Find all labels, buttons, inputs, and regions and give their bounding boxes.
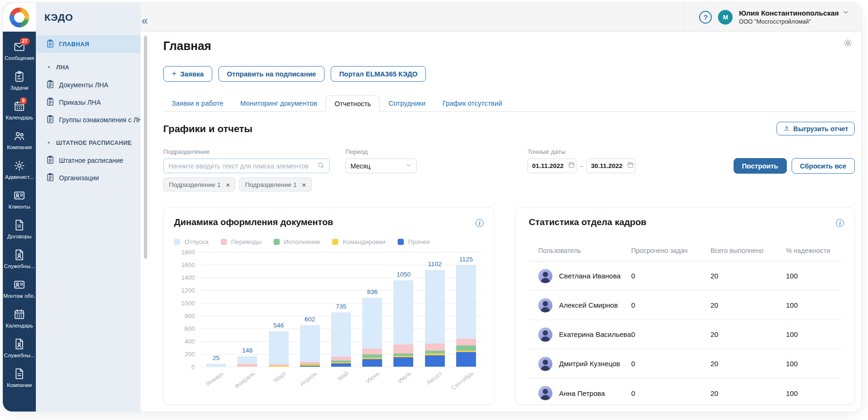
rail-item-equipment[interactable]: Монтаж обо.. bbox=[3, 274, 36, 303]
sidebar-item-label: Организации bbox=[59, 174, 99, 182]
rail-item-company[interactable]: Компания bbox=[3, 125, 36, 155]
date-to-field[interactable] bbox=[591, 162, 625, 169]
new-request-button[interactable]: +Заявка bbox=[163, 66, 212, 82]
workspace-title: КЭДО bbox=[44, 12, 73, 23]
sidebar-menu: ГЛАВНАЯЛНАДокументы ЛНАПриказы ЛНАГруппы… bbox=[36, 32, 141, 186]
legend-item-Командировки[interactable]: Командировки bbox=[332, 238, 385, 245]
reliability-cell: 100 bbox=[786, 330, 841, 338]
tab-monitoring[interactable]: Мониторинг документов bbox=[232, 95, 326, 112]
tab-employees[interactable]: Сотрудники bbox=[380, 95, 434, 112]
legend-swatch bbox=[221, 239, 227, 245]
avatar bbox=[538, 269, 552, 283]
x-axis-tick: Март bbox=[263, 367, 294, 385]
user-avatar[interactable]: M bbox=[718, 10, 733, 25]
legend-item-Переводы[interactable]: Переводы bbox=[221, 238, 261, 245]
date-from-input[interactable] bbox=[527, 159, 576, 173]
bar-segment-Переводы bbox=[425, 344, 445, 351]
build-button[interactable]: Построить bbox=[734, 158, 787, 174]
bar-value-label: 1125 bbox=[459, 256, 473, 263]
bar-value-label: 1050 bbox=[396, 271, 410, 278]
bar-Апрель: 602 bbox=[294, 252, 326, 367]
sidebar-section-label: ШТАТНОЕ РАСПИСАНИЕ bbox=[56, 140, 132, 146]
period-select[interactable]: Месяц bbox=[345, 159, 417, 173]
rail-item-label: Календарь bbox=[6, 115, 33, 120]
sidebar-collapse-icon[interactable]: « bbox=[142, 15, 148, 26]
calendar-icon: 9 bbox=[13, 100, 25, 112]
sidebar-item-lna-orders[interactable]: Приказы ЛНА bbox=[36, 93, 141, 111]
sidebar-item-lna-section[interactable]: ЛНА bbox=[36, 59, 141, 76]
department-chip[interactable]: Подразделение 1× bbox=[163, 177, 235, 192]
user-meta[interactable]: Юлия Константинопольская ООО "Мосгосстро… bbox=[739, 9, 849, 25]
filter-buttons: Построить Сбросить все bbox=[734, 148, 855, 174]
department-chip[interactable]: Подразделение 1× bbox=[239, 177, 311, 192]
page-settings-gear-icon[interactable] bbox=[843, 38, 853, 50]
legend-item-Отпуска[interactable]: Отпуска bbox=[174, 238, 209, 245]
user-name: Алексей Смирнов bbox=[559, 301, 618, 309]
user-name: Светлана Иванова bbox=[559, 272, 621, 280]
send-for-signing-button[interactable]: Отправить на подписание bbox=[218, 66, 325, 82]
elma-logo[interactable] bbox=[3, 3, 36, 32]
rail-item-clients[interactable]: Клиенты bbox=[3, 185, 36, 214]
sidebar-item-lna-groups[interactable]: Группы ознакомления с ЛНА bbox=[36, 111, 141, 128]
export-report-button[interactable]: Выгрузить отчет bbox=[776, 122, 855, 135]
user-menu-chevron-icon[interactable] bbox=[843, 9, 849, 17]
table-info-icon[interactable]: i bbox=[836, 219, 844, 227]
rail-item-administration[interactable]: Админист... bbox=[3, 155, 36, 185]
bar-value-label: 1102 bbox=[428, 260, 442, 268]
user-name-cell: Екатерина Васильева bbox=[538, 328, 631, 342]
chip-close-icon[interactable]: × bbox=[226, 181, 230, 188]
sidebar-item-home[interactable]: ГЛАВНАЯ bbox=[36, 35, 141, 53]
rail-item-contracts[interactable]: Договоры bbox=[3, 214, 36, 244]
sidebar-scrollbar[interactable] bbox=[144, 36, 147, 259]
rail-item-messages[interactable]: 27Сообщения bbox=[3, 36, 36, 66]
sidebar-item-staffing[interactable]: Штатное расписание bbox=[36, 151, 141, 169]
period-value: Месяц bbox=[351, 162, 370, 170]
chip-close-icon[interactable]: × bbox=[302, 181, 306, 188]
rail-item-tasks[interactable]: Задачи bbox=[3, 66, 36, 95]
bar-segment-Исполнение bbox=[362, 354, 382, 358]
date-from-field[interactable] bbox=[532, 162, 566, 169]
tab-requests[interactable]: Заявки в работе bbox=[163, 95, 232, 112]
bar-segment-Прочее bbox=[331, 363, 351, 367]
rail-item-calendar-2[interactable]: Календарь bbox=[3, 303, 36, 333]
sidebar-item-lna-docs[interactable]: Документы ЛНА bbox=[36, 76, 141, 93]
tab-absence[interactable]: График отсутствий bbox=[434, 95, 511, 112]
legend-label: Отпуска bbox=[184, 238, 209, 245]
date-to-input[interactable] bbox=[586, 159, 635, 173]
stacked-bar-chart: 0200400600800100012001400160018002514854… bbox=[174, 252, 484, 385]
bar-value-label: 546 bbox=[273, 322, 284, 329]
sidebar-item-staffing-section[interactable]: ШТАТНОЕ РАСПИСАНИЕ bbox=[36, 134, 141, 151]
legend-swatch bbox=[174, 239, 180, 245]
id-card-icon bbox=[13, 189, 25, 202]
x-axis-tick: Январь bbox=[200, 367, 232, 385]
rail-item-label: Служебны... bbox=[4, 263, 35, 269]
avatar bbox=[538, 386, 552, 400]
rail-item-companies[interactable]: Компании bbox=[3, 363, 36, 393]
sidebar-header: КЭДО bbox=[36, 3, 141, 32]
portal-button[interactable]: Портал ELMA365 КЭДО bbox=[331, 66, 426, 82]
bar-segment-Прочее bbox=[456, 352, 476, 367]
reset-all-button[interactable]: Сбросить все bbox=[792, 158, 855, 174]
page-actions: +ЗаявкаОтправить на подписаниеПортал ELM… bbox=[163, 66, 855, 82]
department-search-input[interactable] bbox=[163, 159, 330, 173]
gear-icon bbox=[13, 160, 25, 172]
bar-segment-Переводы bbox=[362, 349, 382, 354]
department-filter: Подразделение Подразделение 1×Подразделе… bbox=[163, 148, 330, 192]
y-axis-tick: 1800 bbox=[174, 249, 195, 256]
rail-item-memos[interactable]: Служебны... bbox=[3, 244, 36, 274]
notification-badge: 27 bbox=[20, 38, 30, 45]
tab-reports[interactable]: Отчетность bbox=[326, 95, 380, 112]
x-axis-tick: Июль bbox=[388, 367, 419, 385]
bar-value-label: 836 bbox=[367, 288, 378, 295]
chart-info-icon[interactable]: i bbox=[476, 219, 484, 227]
help-icon[interactable]: ? bbox=[699, 11, 712, 24]
rail-item-calendar[interactable]: 9Календарь bbox=[3, 95, 36, 125]
calendar-icon[interactable] bbox=[627, 161, 634, 170]
rail-item-memos-2[interactable]: Служебны... bbox=[3, 333, 36, 363]
sidebar-item-label: Группы ознакомления с ЛНА bbox=[59, 116, 147, 124]
calendar-icon[interactable] bbox=[568, 161, 575, 170]
legend-item-Исполнение[interactable]: Исполнение bbox=[274, 238, 320, 245]
department-search-field[interactable] bbox=[168, 162, 313, 170]
legend-item-Прочее[interactable]: Прочее bbox=[398, 238, 430, 245]
sidebar-item-organizations[interactable]: Организации bbox=[36, 169, 141, 186]
